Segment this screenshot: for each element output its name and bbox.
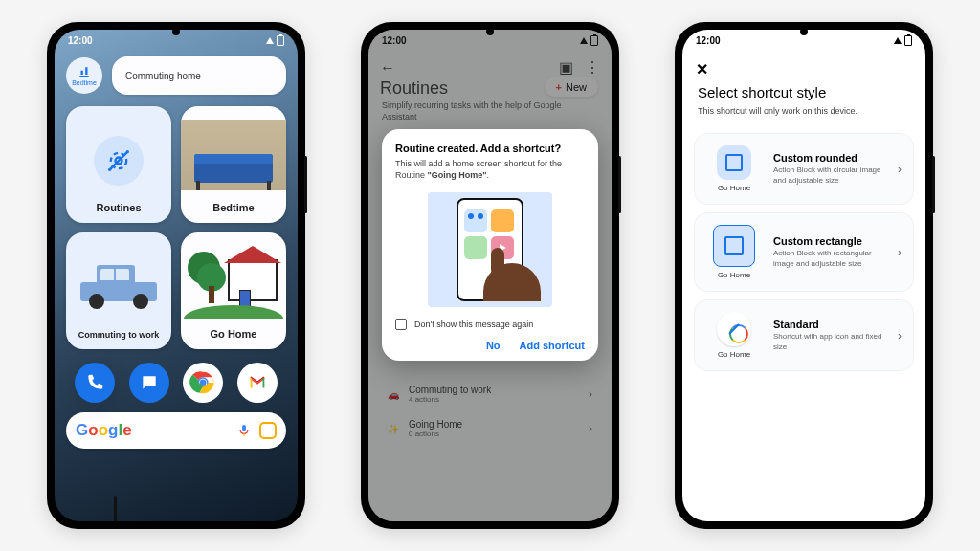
widget-commuting[interactable]: Commuting to work bbox=[66, 232, 171, 349]
dont-show-label: Don't show this message again bbox=[414, 320, 533, 329]
checkbox-icon[interactable] bbox=[395, 319, 407, 330]
chevron-right-icon: › bbox=[898, 329, 902, 342]
battery-icon bbox=[904, 35, 912, 46]
option-title: Custom rectangle bbox=[773, 235, 886, 247]
option-standard[interactable]: Go Home Standard Shortcut with app icon … bbox=[694, 299, 914, 371]
preview-label: Go Home bbox=[718, 184, 750, 192]
status-time: 12:00 bbox=[696, 35, 721, 46]
camera-cutout bbox=[172, 28, 180, 35]
bedtime-chip[interactable]: Bedtime bbox=[66, 57, 102, 94]
preview-rect-icon bbox=[713, 225, 755, 267]
car-icon bbox=[76, 263, 162, 311]
option-title: Standard bbox=[773, 319, 886, 330]
bedtime-image bbox=[181, 120, 286, 190]
close-icon[interactable]: ✕ bbox=[696, 60, 708, 78]
preview-label: Go Home bbox=[718, 350, 750, 359]
dialog-illustration bbox=[428, 192, 552, 307]
widget-bedtime-label: Bedtime bbox=[212, 202, 254, 213]
dialog-title: Routine created. Add a shortcut? bbox=[395, 143, 585, 154]
google-logo-icon: Google bbox=[76, 421, 132, 440]
widget-bedtime[interactable]: Bedtime bbox=[181, 106, 286, 223]
add-shortcut-button[interactable]: Add shortcut bbox=[520, 340, 585, 351]
commuting-home-chip[interactable]: Commuting home bbox=[112, 56, 286, 95]
signal-icon bbox=[894, 37, 902, 44]
svg-point-4 bbox=[126, 150, 129, 153]
widget-commuting-label: Commuting to work bbox=[78, 330, 160, 340]
phone-dialog: 12:00 ← ▣ ⋮ Routines + New Simplify bbox=[361, 22, 619, 529]
gohome-image bbox=[184, 248, 283, 319]
mic-icon[interactable] bbox=[236, 423, 252, 438]
gmail-app-icon[interactable] bbox=[237, 363, 278, 403]
dialog: Routine created. Add a shortcut? This wi… bbox=[382, 129, 598, 361]
dock bbox=[55, 357, 298, 407]
option-desc: Shortcut with app icon and fixed size bbox=[773, 332, 886, 352]
svg-point-3 bbox=[108, 168, 111, 171]
phone-app-icon[interactable] bbox=[75, 363, 115, 403]
preview-label: Go Home bbox=[718, 271, 750, 279]
battery-icon bbox=[277, 35, 284, 46]
option-title: Custom rounded bbox=[773, 152, 886, 164]
phone-style-select: 12:00 ✕ Select shortcut style This short… bbox=[675, 22, 933, 529]
signal-icon bbox=[266, 37, 274, 44]
svg-rect-8 bbox=[242, 425, 246, 431]
option-desc: Action Block with rectangular image and … bbox=[773, 249, 886, 269]
option-custom-rectangle[interactable]: Go Home Custom rectangle Action Block wi… bbox=[694, 212, 914, 292]
bedtime-chip-label: Bedtime bbox=[72, 79, 97, 86]
chevron-right-icon: › bbox=[898, 246, 902, 259]
page-title: Select shortcut style bbox=[682, 82, 925, 106]
no-button[interactable]: No bbox=[486, 340, 501, 351]
camera-cutout bbox=[800, 28, 808, 35]
option-custom-rounded[interactable]: Go Home Custom rounded Action Block with… bbox=[694, 133, 914, 205]
preview-standard-icon bbox=[717, 312, 751, 346]
dont-show-row[interactable]: Don't show this message again bbox=[395, 319, 585, 330]
routines-icon bbox=[94, 136, 144, 186]
status-time: 12:00 bbox=[68, 35, 93, 46]
commuting-home-label: Commuting home bbox=[125, 71, 201, 81]
search-bar[interactable]: Google bbox=[66, 412, 286, 449]
svg-line-2 bbox=[110, 152, 128, 170]
widget-routines[interactable]: Routines bbox=[66, 106, 171, 223]
widget-gohome-label: Go Home bbox=[211, 328, 257, 340]
widget-routines-label: Routines bbox=[96, 202, 141, 213]
camera-cutout bbox=[486, 28, 494, 35]
lens-icon[interactable] bbox=[259, 422, 277, 439]
option-desc: Action Block with circular image and adj… bbox=[773, 165, 886, 186]
messages-app-icon[interactable] bbox=[129, 363, 169, 403]
chevron-right-icon: › bbox=[898, 163, 902, 176]
preview-rounded-icon bbox=[717, 145, 751, 180]
widget-gohome[interactable]: Go Home bbox=[181, 232, 286, 349]
chrome-app-icon[interactable] bbox=[183, 363, 223, 403]
dialog-body: This will add a home screen shortcut for… bbox=[395, 158, 585, 181]
page-note: This shortcut will only work on this dev… bbox=[682, 106, 925, 125]
phone-home: 12:00 Bedtime Commuting home Routines bbox=[47, 22, 305, 529]
